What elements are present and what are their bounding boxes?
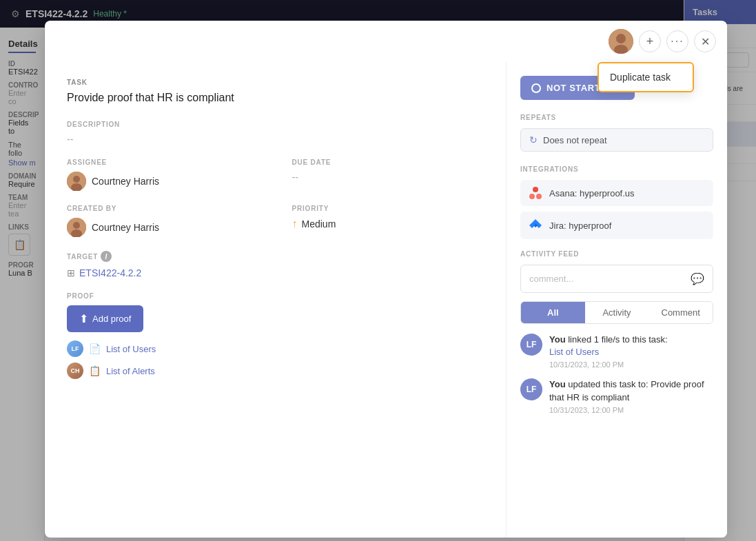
created-by-avatar (67, 218, 86, 237)
activity-you-2: You (549, 379, 566, 389)
activity-content-1: You linked 1 file/s to this task: List o… (549, 334, 713, 369)
jira-label: Jira: hyperproof (549, 221, 611, 231)
created-by-name: Courtney Harris (92, 222, 159, 233)
target-link[interactable]: ETSI422-4.2.2 (79, 267, 141, 278)
modal-body: TASK Provide proof that HR is compliant … (45, 62, 727, 538)
comment-send-icon: 💬 (691, 272, 704, 285)
created-by-col: CREATED BY Courtney Harris (67, 205, 259, 237)
activity-time-2: 10/31/2023, 12:00 PM (549, 406, 713, 414)
due-date-value: -- (292, 172, 484, 183)
activity-time-1: 10/31/2023, 12:00 PM (549, 360, 713, 369)
jira-icon (529, 218, 542, 232)
activity-feed: LF You linked 1 file/s to this task: Lis… (520, 334, 713, 414)
integrations-section: INTEGRATIONS Asana: hyperproof.us (520, 165, 713, 239)
activity-feed-section: ACTIVITY FEED comment... 💬 All Activity … (520, 250, 713, 414)
target-node-icon: ⊞ (67, 267, 75, 278)
proof-file-1: LF 📄 List of Users (67, 340, 484, 357)
avatar-svg (609, 29, 633, 54)
status-circle-icon (531, 83, 541, 93)
pdf-icon: 📄 (89, 343, 101, 354)
proof-file-2: CH 📋 List of Alerts (67, 363, 484, 379)
avatar (609, 29, 633, 54)
activity-item-2: LF You updated this task to: Provide pro… (520, 378, 713, 414)
task-modal: + ··· ✕ Duplicate task TASK Provide proo… (45, 21, 727, 538)
comment-input-area[interactable]: comment... 💬 (520, 265, 713, 293)
assignee-col: ASSIGNEE Courtney Harris (67, 159, 259, 191)
priority-value: Medium (302, 218, 336, 229)
upload-icon: ⬆ (79, 312, 88, 325)
task-title: Provide proof that HR is compliant (67, 92, 484, 104)
created-by-row: Courtney Harris (67, 218, 259, 237)
target-info-icon[interactable]: i (101, 251, 112, 262)
modal-right-panel: NOT STARTED ▾ REPEATS ↻ Does not repeat … (507, 62, 727, 538)
integrations-label: INTEGRATIONS (520, 165, 713, 173)
asana-dot-right (536, 194, 542, 199)
svg-point-7 (73, 222, 80, 229)
activity-feed-label: ACTIVITY FEED (520, 250, 713, 258)
modal-left-panel: TASK Provide proof that HR is compliant … (45, 62, 507, 538)
asana-integration[interactable]: Asana: hyperproof.us (520, 180, 713, 206)
activity-avatar-1: LF (520, 334, 542, 356)
asana-dot-left (529, 194, 535, 199)
assignee-duedate-row: ASSIGNEE Courtney Harris DUE DA (67, 159, 484, 191)
priority-label: PRIORITY (292, 205, 484, 212)
priority-row: ↑ Medium (292, 218, 484, 230)
activity-text-2: You updated this task to: Provide proof … (549, 378, 713, 403)
doc-icon: 📋 (89, 365, 101, 376)
priority-col: PRIORITY ↑ Medium (292, 205, 484, 237)
proof-section: PROOF ⬆ Add proof LF 📄 List of Users CH … (67, 292, 484, 379)
assignee-avatar (67, 172, 86, 191)
activity-you-1: You (549, 334, 566, 345)
asana-icon (529, 187, 542, 199)
close-button[interactable]: ✕ (694, 30, 716, 52)
assignee-name: Courtney Harris (92, 176, 159, 187)
jira-integration[interactable]: Jira: hyperproof (520, 212, 713, 239)
more-options-button[interactable]: ··· (666, 30, 688, 52)
activity-item-1: LF You linked 1 file/s to this task: Lis… (520, 334, 713, 369)
duplicate-task-dropdown: Duplicate task (597, 62, 694, 92)
tab-activity[interactable]: Activity (585, 302, 649, 323)
activity-tabs: All Activity Comment (520, 301, 713, 324)
proof-file-1-link[interactable]: List of Users (106, 344, 156, 354)
task-section: TASK Provide proof that HR is compliant (67, 79, 484, 104)
duplicate-task-item[interactable]: Duplicate task (599, 63, 693, 91)
description-label: DESCRIPTION (67, 121, 484, 128)
proof-file-2-link[interactable]: List of Alerts (106, 366, 155, 376)
repeat-button[interactable]: ↻ Does not repeat (520, 128, 713, 152)
proof-label: PROOF (67, 292, 484, 300)
tab-all[interactable]: All (521, 302, 585, 323)
activity-link-1[interactable]: List of Users (549, 347, 599, 357)
user-avatar (609, 29, 633, 54)
comment-placeholder: comment... (529, 274, 573, 284)
add-proof-button[interactable]: ⬆ Add proof (67, 305, 143, 332)
repeats-section-label: REPEATS (520, 114, 713, 121)
svg-point-1 (616, 34, 626, 43)
due-date-label: DUE DATE (292, 159, 484, 166)
tab-comment[interactable]: Comment (648, 302, 713, 323)
repeat-value: Does not repeat (543, 135, 607, 145)
activity-text-1: You linked 1 file/s to this task: List o… (549, 334, 713, 358)
target-row: ⊞ ETSI422-4.2.2 (67, 267, 484, 278)
created-priority-row: CREATED BY Courtney Harris PRIO (67, 205, 484, 237)
activity-avatar-2: LF (520, 378, 542, 400)
activity-content-2: You updated this task to: Provide proof … (549, 378, 713, 414)
target-section: TARGET i ⊞ ETSI422-4.2.2 (67, 251, 484, 278)
asana-label: Asana: hyperproof.us (549, 188, 635, 198)
assignee-avatar-img (67, 172, 86, 191)
jira-svg (529, 218, 542, 232)
due-date-col: DUE DATE -- (292, 159, 484, 191)
svg-point-4 (73, 176, 80, 183)
assignee-label: ASSIGNEE (67, 159, 259, 166)
add-button[interactable]: + (639, 30, 661, 52)
task-section-label: TASK (67, 79, 484, 86)
modal-header: + ··· ✕ (45, 21, 727, 62)
description-value: -- (67, 134, 484, 145)
proof-file-2-avatar: CH (67, 363, 83, 379)
priority-arrow-icon: ↑ (292, 218, 298, 230)
target-label: TARGET i (67, 251, 484, 262)
proof-file-1-avatar: LF (67, 340, 83, 357)
description-section: DESCRIPTION -- (67, 121, 484, 145)
assignee-row: Courtney Harris (67, 172, 259, 191)
created-by-label: CREATED BY (67, 205, 259, 212)
asana-dot-top (533, 187, 538, 192)
